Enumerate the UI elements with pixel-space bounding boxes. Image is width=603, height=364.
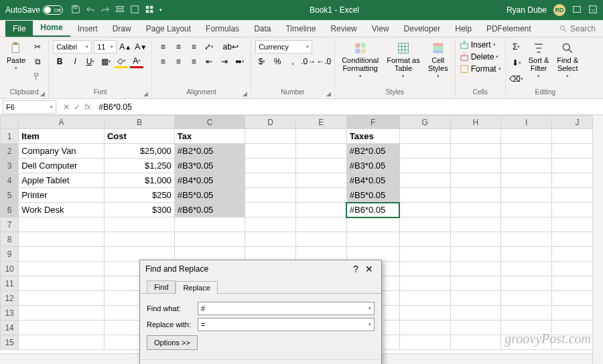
align-bottom-icon[interactable]: ≡ [187,40,200,54]
fill-color-icon[interactable]: ◇▾ [115,55,128,68]
row-header[interactable]: 5 [1,188,19,203]
cell[interactable]: #B4*0.05 [174,173,245,188]
dialog-launcher-icon[interactable]: ◢ [326,90,333,97]
cell[interactable]: #B4*0.05 [346,173,399,188]
display-options-icon[interactable] [572,5,582,16]
cell[interactable] [295,203,346,217]
cell[interactable]: #B6*0.05 [346,203,399,217]
cell[interactable] [174,232,245,247]
align-top-icon[interactable]: ≡ [156,40,170,54]
cell[interactable] [399,321,450,335]
cell[interactable] [245,217,296,232]
row-header[interactable]: 9 [1,247,19,262]
comma-icon[interactable]: , [286,55,299,68]
cell[interactable] [295,173,346,188]
tab-timeline[interactable]: Timeline [278,21,323,37]
cell[interactable] [501,144,552,159]
cell[interactable] [399,144,450,159]
tab-insert[interactable]: Insert [70,21,105,37]
align-right-icon[interactable]: ≡ [187,55,200,68]
row-header[interactable]: 6 [1,203,19,217]
user-name[interactable]: Ryan Dube [507,5,547,15]
autosave-toggle[interactable]: AutoSave Off [5,5,63,15]
cell[interactable] [501,232,552,247]
clear-icon[interactable]: ⌫▾ [510,72,523,86]
decrease-font-icon[interactable]: A▼ [134,40,147,54]
merge-center-icon[interactable]: ⬌▾ [233,55,247,68]
cell[interactable]: Item [19,129,105,144]
align-center-icon[interactable]: ≡ [172,55,185,68]
cell[interactable] [245,129,296,144]
cell[interactable] [399,276,450,291]
cell[interactable] [174,217,245,232]
cell[interactable]: Work Desk [19,203,105,217]
cell-styles-button[interactable]: Cell Styles▾ [425,40,451,80]
cell[interactable] [245,144,296,159]
copy-icon[interactable]: ⧉ [31,55,44,68]
cell[interactable]: #B5*0.05 [346,188,399,203]
column-header[interactable]: F [346,116,399,129]
tab-draw[interactable]: Draw [105,21,139,37]
cell[interactable] [104,232,174,247]
cell[interactable] [450,306,501,321]
row-header[interactable]: 3 [1,159,19,173]
fill-icon[interactable]: ⬇▾ [510,56,523,70]
tab-pdfelement[interactable]: PDFelement [479,21,539,37]
row-header[interactable]: 14 [1,321,19,335]
increase-decimal-icon[interactable]: .0→ [302,55,315,68]
cell[interactable]: $250 [104,188,174,203]
cell[interactable] [19,232,105,247]
dialog-launcher-icon[interactable]: ◢ [243,90,249,97]
cell[interactable]: Apple Tablet [19,173,105,188]
cell[interactable] [399,217,450,232]
qat-icon[interactable] [145,5,154,16]
format-as-table-button[interactable]: Format as Table▾ [384,40,423,80]
align-middle-icon[interactable]: ≡ [172,40,185,54]
cell[interactable] [245,232,296,247]
cell[interactable]: Cost [104,129,174,144]
cell[interactable]: #B2*0.05 [346,144,399,159]
cell[interactable] [295,159,346,173]
column-header[interactable]: I [501,116,552,129]
cell[interactable] [450,129,501,144]
cell[interactable]: Company Van [19,144,105,159]
column-header[interactable]: C [174,116,245,129]
row-header[interactable]: 8 [1,232,19,247]
cell[interactable]: Dell Computer [19,159,105,173]
ribbon-options-icon[interactable] [588,5,598,16]
cell[interactable] [295,188,346,203]
cell[interactable] [501,247,552,262]
cell[interactable] [501,159,552,173]
undo-icon[interactable] [86,5,95,16]
close-icon[interactable]: ✕ [362,264,376,274]
tab-review[interactable]: Review [323,21,364,37]
cell[interactable] [450,262,501,276]
cell[interactable] [399,188,450,203]
user-avatar[interactable]: RD [553,4,565,16]
row-header[interactable]: 13 [1,306,19,321]
cell[interactable] [450,232,501,247]
cell[interactable] [501,276,552,291]
cell[interactable] [295,144,346,159]
tab-help[interactable]: Help [448,21,479,37]
accounting-format-icon[interactable]: $▾ [255,55,269,68]
cell[interactable] [295,232,346,247]
delete-cells-button[interactable]: Delete▾ [460,52,501,62]
tab-view[interactable]: View [364,21,397,37]
cell[interactable] [450,217,501,232]
dialog-launcher-icon[interactable]: ◢ [143,90,150,97]
cell[interactable] [501,291,552,306]
cell[interactable] [399,291,450,306]
underline-icon[interactable]: U▾ [84,55,97,68]
cell[interactable] [19,262,105,276]
cell[interactable] [399,232,450,247]
cell[interactable] [245,173,296,188]
cell[interactable]: #B3*0.05 [174,159,245,173]
decrease-indent-icon[interactable]: ⇤ [202,55,216,68]
cell[interactable] [399,306,450,321]
cell[interactable] [501,188,552,203]
cell[interactable]: #B5*0.05 [174,188,245,203]
tab-data[interactable]: Data [247,21,278,37]
column-header[interactable]: A [19,116,105,129]
row-header[interactable]: 4 [1,173,19,188]
